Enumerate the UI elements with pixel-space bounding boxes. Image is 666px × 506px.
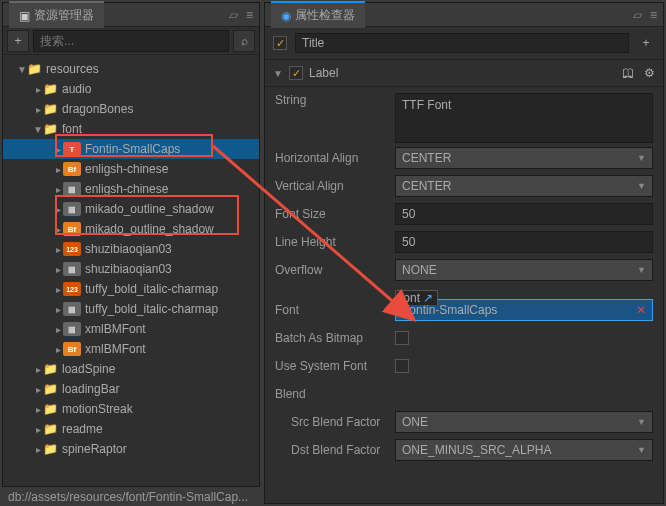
lineheight-input[interactable]: 50 [395, 231, 653, 253]
tree-item[interactable]: ▸📁spineboy [3, 459, 259, 460]
tree-item[interactable]: ▸📁loadSpine [3, 359, 259, 379]
dstblend-select[interactable]: ONE_MINUS_SRC_ALPHA [395, 439, 653, 461]
add-component-button[interactable]: + [637, 36, 655, 50]
file-icon: ▦ [63, 202, 81, 216]
tree-item[interactable]: ▸📁readme [3, 419, 259, 439]
expand-icon[interactable]: ▸ [53, 264, 63, 275]
inspector-header: ◉ 属性检查器 ▱ ≡ [265, 3, 663, 27]
inspector-panel: ◉ 属性检查器 ▱ ≡ Title + ▼ Label 🕮 ⚙ String T… [264, 2, 664, 504]
tree-item[interactable]: ▸123shuzibiaoqian03 [3, 239, 259, 259]
folder-icon: 📁 [27, 62, 42, 76]
tree-item[interactable]: ▸BfxmlBMFont [3, 339, 259, 359]
popout-icon[interactable]: ▱ [633, 8, 642, 22]
tree-item[interactable]: ▸📁motionStreak [3, 399, 259, 419]
add-button[interactable]: + [7, 30, 29, 52]
tree-item[interactable]: ▸Bfmikado_outline_shadow [3, 219, 259, 239]
node-name: Title [302, 36, 324, 50]
blend-label: Blend [275, 387, 395, 401]
expand-icon[interactable]: ▸ [33, 384, 43, 395]
gear-icon[interactable]: ⚙ [644, 66, 655, 80]
lineheight-value: 50 [402, 235, 415, 249]
help-icon[interactable]: 🕮 [622, 66, 634, 80]
systemfont-checkbox[interactable] [395, 359, 409, 373]
tree-item[interactable]: ▸TFontin-SmallCaps [3, 139, 259, 159]
folder-icon: ▣ [19, 9, 30, 23]
halign-select[interactable]: CENTER [395, 147, 653, 169]
assets-title: 资源管理器 [34, 7, 94, 24]
expand-icon[interactable]: ▸ [53, 244, 63, 255]
expand-icon[interactable]: ▸ [53, 164, 63, 175]
tree-item[interactable]: ▸📁loadingBar [3, 379, 259, 399]
tree-item-resources[interactable]: ▼ 📁 resources [3, 59, 259, 79]
tree-item[interactable]: ▸▦enligsh-chinese [3, 179, 259, 199]
expand-icon[interactable]: ▸ [53, 284, 63, 295]
tree-label: motionStreak [62, 402, 133, 416]
expand-icon[interactable]: ▸ [53, 144, 63, 155]
expand-icon[interactable]: ▸ [53, 184, 63, 195]
label-enabled-checkbox[interactable] [289, 66, 303, 80]
fontsize-input[interactable]: 50 [395, 203, 653, 225]
tree-label: spineRaptor [62, 442, 127, 456]
tree-item[interactable]: ▸123tuffy_bold_italic-charmap [3, 279, 259, 299]
popout-icon[interactable]: ▱ [229, 8, 238, 22]
remove-font-button[interactable]: ✕ [636, 303, 646, 317]
search-input[interactable] [33, 30, 229, 52]
string-input[interactable]: TTF Font [395, 93, 653, 143]
menu-icon[interactable]: ≡ [246, 8, 253, 22]
node-name-input[interactable]: Title [295, 33, 629, 53]
tree-item[interactable]: ▸📁spineRaptor [3, 439, 259, 459]
folder-icon: 📁 [43, 382, 58, 396]
folder-icon: 📁 [43, 102, 58, 116]
valign-select[interactable]: CENTER [395, 175, 653, 197]
expand-icon[interactable]: ▸ [53, 344, 63, 355]
expand-icon[interactable]: ▸ [53, 224, 63, 235]
tree-item[interactable]: ▸▦xmlBMFont [3, 319, 259, 339]
search-button[interactable]: ⌕ [233, 30, 255, 52]
expand-icon[interactable]: ▸ [53, 204, 63, 215]
font-slot[interactable]: font ↗ Fontin-SmallCaps ✕ [395, 299, 653, 321]
node-enabled-checkbox[interactable] [273, 36, 287, 50]
expand-icon[interactable]: ▸ [33, 364, 43, 375]
tree-item[interactable]: ▸📁audio [3, 79, 259, 99]
tree-item[interactable]: ▸▦tuffy_bold_italic-charmap [3, 299, 259, 319]
search-field[interactable] [40, 34, 222, 48]
tree-label: resources [46, 62, 99, 76]
expand-icon[interactable]: ▸ [33, 404, 43, 415]
tree-item[interactable]: ▸▦mikado_outline_shadow [3, 199, 259, 219]
batch-checkbox[interactable] [395, 331, 409, 345]
tree-label: loadingBar [62, 382, 119, 396]
assets-tab[interactable]: ▣ 资源管理器 [9, 1, 104, 28]
overflow-label: Overflow [275, 263, 395, 277]
tree-item[interactable]: ▼📁font [3, 119, 259, 139]
expand-icon[interactable]: ▸ [33, 104, 43, 115]
expand-icon[interactable]: ▸ [33, 84, 43, 95]
halign-label: Horizontal Align [275, 151, 395, 165]
link-icon[interactable]: ↗ [423, 291, 433, 305]
halign-value: CENTER [402, 151, 451, 165]
tree-label: audio [62, 82, 91, 96]
srcblend-select[interactable]: ONE [395, 411, 653, 433]
tree-label: xmlBMFont [85, 322, 146, 336]
srcblend-value: ONE [402, 415, 428, 429]
tree-item[interactable]: ▸▦shuzibiaoqian03 [3, 259, 259, 279]
tree-item[interactable]: ▸📁dragonBones [3, 99, 259, 119]
overflow-select[interactable]: NONE [395, 259, 653, 281]
file-icon: ▦ [63, 322, 81, 336]
expand-icon[interactable]: ▼ [17, 64, 27, 75]
tree-label: tuffy_bold_italic-charmap [85, 282, 218, 296]
inspector-tab[interactable]: ◉ 属性检查器 [271, 1, 365, 28]
folder-icon: 📁 [43, 422, 58, 436]
label-section-header[interactable]: ▼ Label 🕮 ⚙ [265, 60, 663, 87]
expand-icon[interactable]: ▸ [53, 304, 63, 315]
tree-item[interactable]: ▸Bfenligsh-chinese [3, 159, 259, 179]
expand-icon[interactable]: ▼ [33, 124, 43, 135]
tree-label: font [62, 122, 82, 136]
collapse-icon[interactable]: ▼ [273, 68, 283, 79]
menu-icon[interactable]: ≡ [650, 8, 657, 22]
string-label: String [275, 93, 395, 107]
expand-icon[interactable]: ▸ [53, 324, 63, 335]
status-bar: db://assets/resources/font/Fontin-SmallC… [2, 488, 260, 506]
expand-icon[interactable]: ▸ [33, 424, 43, 435]
file-icon: Bf [63, 222, 81, 236]
expand-icon[interactable]: ▸ [33, 444, 43, 455]
